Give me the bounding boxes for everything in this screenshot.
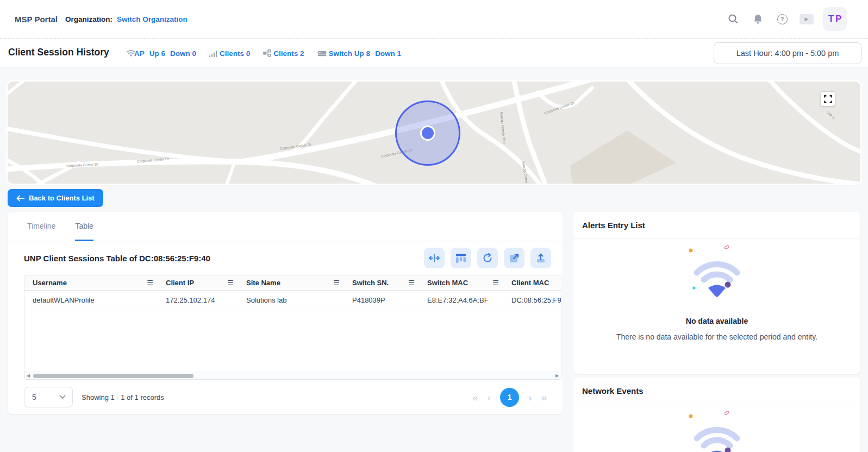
topology-icon bbox=[263, 49, 271, 57]
brand: MSP Portal bbox=[15, 15, 58, 24]
column-menu-icon[interactable]: ☰ bbox=[147, 279, 153, 287]
scroll-right-icon[interactable]: ▶ bbox=[553, 372, 561, 380]
previous-page-icon[interactable]: ‹ bbox=[488, 392, 491, 403]
network-events-card-title: Network Events bbox=[573, 378, 860, 404]
tab-table[interactable]: Table bbox=[75, 212, 93, 241]
arrow-left-icon bbox=[16, 195, 24, 202]
wifi-empty-icon bbox=[679, 411, 755, 452]
column-header: Site Name☰ bbox=[238, 275, 344, 290]
view-tabs: Timeline Table bbox=[8, 212, 563, 241]
back-to-clients-button[interactable]: Back to Clients List bbox=[8, 189, 103, 207]
page-title: Client Session History bbox=[8, 47, 109, 58]
alerts-entry-list-card: Alerts Entry List No data available Ther… bbox=[573, 212, 860, 374]
horizontal-scrollbar[interactable]: ◀ ▶ bbox=[24, 372, 561, 379]
column-menu-icon[interactable]: ☰ bbox=[333, 279, 340, 287]
stat-ap-up[interactable]: Up 6 bbox=[149, 49, 165, 58]
organization: Organization: Switch Organization bbox=[65, 15, 188, 23]
records-summary: Showing 1 - 1 of 1 records bbox=[82, 393, 164, 401]
columns-icon[interactable] bbox=[451, 248, 471, 268]
column-header: Client IP☰ bbox=[158, 275, 238, 290]
last-page-icon[interactable]: » bbox=[541, 392, 547, 403]
cell-client-ip: 172.25.102.174 bbox=[158, 290, 238, 310]
wifi-empty-icon bbox=[679, 245, 755, 310]
table-toolbar bbox=[424, 248, 551, 268]
client-location-marker[interactable] bbox=[395, 101, 460, 166]
avatar-initial-p: P bbox=[835, 14, 841, 24]
column-header: Client MAC bbox=[503, 275, 561, 290]
scrollbar-thumb[interactable] bbox=[33, 374, 193, 378]
location-map[interactable]: Corporate Center Dr Corporate Center Dr … bbox=[8, 81, 860, 184]
network-events-empty-state bbox=[573, 404, 860, 452]
page-size-value: 5 bbox=[32, 393, 36, 401]
tab-timeline[interactable]: Timeline bbox=[27, 212, 55, 241]
no-data-title: No data available bbox=[686, 317, 748, 325]
stat-clients-signal[interactable]: Clients 0 bbox=[220, 49, 250, 58]
export-icon[interactable] bbox=[530, 248, 551, 268]
column-menu-icon[interactable]: ☰ bbox=[408, 279, 415, 287]
refresh-icon[interactable] bbox=[477, 248, 498, 268]
top-bar: MSP Portal Organization: Switch Organiza… bbox=[0, 0, 868, 39]
cell-site-name: Solutions lab bbox=[238, 290, 344, 310]
organization-link[interactable]: Switch Organization bbox=[117, 15, 188, 23]
stat-ap-down[interactable]: Down 0 bbox=[170, 49, 196, 58]
pager: « ‹ 1 › » bbox=[472, 388, 547, 407]
no-data-message: There is no data available for the selec… bbox=[616, 332, 817, 341]
signal-bars-icon bbox=[209, 50, 217, 57]
pagination-row: 5 Showing 1 - 1 of 1 records « ‹ 1 › » bbox=[24, 387, 551, 407]
help-icon[interactable]: ? bbox=[774, 11, 790, 27]
page-size-select[interactable]: 5 bbox=[24, 387, 73, 407]
wifi-icon bbox=[126, 49, 132, 57]
cell-switch-mac: E8:E7:32:A4:6A:BF bbox=[419, 290, 503, 310]
stat-switch-down[interactable]: Down 1 bbox=[375, 49, 401, 58]
sub-header: Client Session History AP Up 6 Down 0 Cl… bbox=[0, 39, 868, 67]
table-section: UNP Client Sessions Table of DC:08:56:25… bbox=[8, 241, 563, 407]
cell-switch-sn: P418039P bbox=[344, 290, 419, 310]
switch-icon bbox=[317, 50, 327, 57]
network-events-card: Network Events bbox=[573, 378, 860, 452]
client-session-history-page: MSP Portal Organization: Switch Organiza… bbox=[0, 0, 868, 452]
scroll-left-icon[interactable]: ◀ bbox=[24, 372, 32, 380]
fit-columns-icon[interactable] bbox=[424, 248, 445, 268]
column-menu-icon[interactable]: ☰ bbox=[227, 279, 234, 287]
stat-ap[interactable]: AP bbox=[134, 49, 145, 58]
column-menu-icon[interactable]: ☰ bbox=[492, 279, 499, 287]
stat-switch-up[interactable]: Switch Up 8 bbox=[329, 49, 371, 58]
stat-clients-topology[interactable]: Clients 2 bbox=[273, 49, 304, 58]
client-location-dot bbox=[422, 127, 434, 139]
back-button-label: Back to Clients List bbox=[29, 194, 95, 202]
column-header: Switch MAC☰ bbox=[419, 275, 503, 290]
current-page-button[interactable]: 1 bbox=[500, 388, 519, 407]
cell-username: defaultWLANProfile bbox=[24, 290, 158, 310]
column-header: Switch SN.☰ bbox=[344, 275, 419, 290]
search-icon[interactable] bbox=[725, 11, 741, 27]
chevron-down-icon bbox=[59, 395, 66, 399]
top-icons: ? ▶ T P bbox=[725, 7, 847, 31]
sessions-card: Timeline Table UNP Client Sessions Table… bbox=[8, 212, 563, 414]
first-page-icon[interactable]: « bbox=[472, 392, 478, 403]
sessions-table: Username☰ Client IP☰ Site Name☰ Switch S… bbox=[24, 275, 561, 380]
next-page-icon[interactable]: › bbox=[528, 392, 532, 403]
cell-client-mac: DC:08:56:25:F9: bbox=[503, 290, 561, 310]
map-fullscreen-button[interactable] bbox=[820, 91, 835, 106]
time-range-selector[interactable]: Last Hour: 4:00 pm - 5:00 pm bbox=[714, 42, 861, 64]
status-summary: AP Up 6 Down 0 Clients 0 Clients bbox=[126, 39, 401, 67]
table-title: UNP Client Sessions Table of DC:08:56:25… bbox=[24, 254, 210, 263]
bell-icon[interactable] bbox=[750, 11, 766, 27]
avatar-initial-t: T bbox=[828, 14, 834, 24]
user-avatar[interactable]: T P bbox=[823, 7, 847, 31]
alerts-card-title: Alerts Entry List bbox=[573, 212, 860, 238]
organization-label: Organization: bbox=[65, 15, 113, 23]
alerts-empty-state: No data available There is no data avail… bbox=[573, 238, 860, 341]
column-header: Username☰ bbox=[24, 275, 158, 290]
open-in-new-icon[interactable] bbox=[504, 248, 524, 268]
table-header-row: Username☰ Client IP☰ Site Name☰ Switch S… bbox=[24, 275, 561, 290]
table-row[interactable]: defaultWLANProfile 172.25.102.174 Soluti… bbox=[24, 290, 561, 310]
video-icon[interactable]: ▶ bbox=[798, 11, 815, 27]
